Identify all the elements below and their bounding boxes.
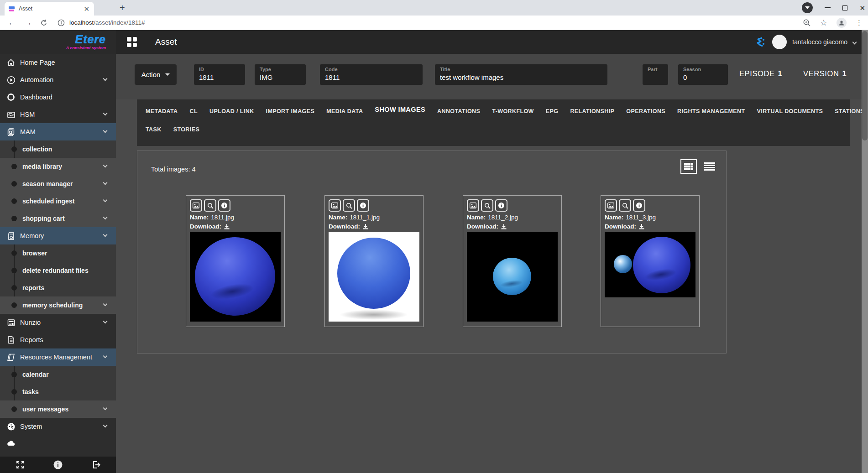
sidebar-item-user-messages[interactable]: user messages xyxy=(0,400,116,418)
info-icon[interactable] xyxy=(53,460,63,470)
fullscreen-icon[interactable] xyxy=(16,460,25,469)
grid-view-button[interactable] xyxy=(680,159,697,174)
reload-icon[interactable] xyxy=(40,19,47,26)
download-icon[interactable] xyxy=(362,224,369,230)
sidebar-item-reports[interactable]: Reports xyxy=(0,331,116,348)
tab-import-images[interactable]: IMPORT IMAGES xyxy=(260,106,321,116)
image-info-button[interactable] xyxy=(495,199,507,212)
sidebar-item-browser[interactable]: browser xyxy=(0,244,116,262)
tab-t-workflow[interactable]: T-WORKFLOW xyxy=(486,106,539,116)
sidebar-item-shopping-cart[interactable]: shopping cart xyxy=(0,210,116,227)
chevron-down-icon[interactable] xyxy=(103,354,108,359)
sidebar-item-mam[interactable]: MAM xyxy=(0,123,116,140)
chevron-down-icon[interactable] xyxy=(103,215,108,220)
scrollbar-thumb[interactable] xyxy=(862,31,868,140)
sidebar-item-home-page[interactable]: Home Page xyxy=(0,54,116,71)
sidebar-item-resources-management[interactable]: Resources Management xyxy=(0,348,116,366)
sidebar-item-media-library[interactable]: media library xyxy=(0,158,116,175)
image-thumbnail-neptune-white[interactable] xyxy=(329,232,419,322)
code-field[interactable]: Code 1811 xyxy=(320,64,423,85)
tab-task[interactable]: TASK xyxy=(140,125,167,135)
chevron-down-icon[interactable] xyxy=(103,233,108,237)
logout-icon[interactable] xyxy=(91,460,101,470)
tab-annotations[interactable]: ANNOTATIONS xyxy=(431,106,486,116)
user-avatar[interactable] xyxy=(772,35,787,49)
zoom-image-button[interactable] xyxy=(204,199,216,212)
season-field[interactable]: Season 0 xyxy=(678,64,728,85)
id-field[interactable]: ID 1811 xyxy=(194,64,245,85)
tab-upload-link[interactable]: UPLOAD / LINK xyxy=(204,106,260,116)
title-field[interactable]: Title test workflow images xyxy=(435,64,607,85)
media-controls-button[interactable] xyxy=(802,2,813,13)
chevron-down-icon[interactable] xyxy=(103,181,108,185)
browser-menu-icon[interactable]: ⋮ xyxy=(856,19,863,27)
image-preview-button[interactable] xyxy=(190,199,202,212)
tab-cl[interactable]: CL xyxy=(184,106,204,116)
tab-metadata[interactable]: METADATA xyxy=(140,106,184,116)
tab-show-images[interactable]: SHOW IMAGES xyxy=(369,104,431,115)
user-name[interactable]: tantalocco giacomo xyxy=(792,38,847,46)
list-view-button[interactable] xyxy=(701,159,718,174)
image-info-button[interactable] xyxy=(633,199,645,212)
download-icon[interactable] xyxy=(501,224,507,230)
chevron-down-icon[interactable] xyxy=(103,163,108,168)
sidebar-item-collection[interactable]: collection xyxy=(0,140,116,158)
tab-media-data[interactable]: MEDIA DATA xyxy=(320,106,369,116)
chevron-down-icon[interactable] xyxy=(103,111,108,116)
window-minimize-button[interactable] xyxy=(825,7,831,8)
zoom-image-button[interactable] xyxy=(481,199,493,212)
window-maximize-button[interactable] xyxy=(842,5,847,10)
type-field[interactable]: Type IMG xyxy=(255,64,306,85)
sidebar-item-delete-redundant-files[interactable]: delete redundant files xyxy=(0,262,116,279)
new-tab-button[interactable]: + xyxy=(120,3,125,12)
part-field[interactable]: Part xyxy=(643,64,668,85)
image-preview-button[interactable] xyxy=(467,199,479,212)
page-scrollbar[interactable] xyxy=(862,30,868,473)
sidebar-item-hsm[interactable]: HSM xyxy=(0,106,116,123)
sidebar-item-nunzio[interactable]: Nunzio xyxy=(0,314,116,331)
tab-relationship[interactable]: RELATIONSHIP xyxy=(564,106,620,116)
sidebar-item-automation[interactable]: Automation xyxy=(0,71,116,88)
download-icon[interactable] xyxy=(638,224,645,230)
zoom-image-button[interactable] xyxy=(343,199,355,212)
tab-close-icon[interactable]: ✕ xyxy=(83,5,90,13)
apps-grid-icon[interactable] xyxy=(127,37,137,47)
image-preview-button[interactable] xyxy=(605,199,617,212)
tab-epg[interactable]: EPG xyxy=(540,106,565,116)
tab-rights-management[interactable]: RIGHTS MANAGEMENT xyxy=(671,106,751,116)
zoom-image-button[interactable] xyxy=(619,199,631,212)
chevron-down-icon[interactable] xyxy=(103,302,108,307)
sidebar-item-dashboard[interactable]: Dashboard xyxy=(0,88,116,106)
sidebar-item-reports-sub[interactable]: reports xyxy=(0,279,116,296)
tab-virtual-documents[interactable]: VIRTUAL DOCUMENTS xyxy=(751,106,829,116)
bookmark-star-icon[interactable]: ☆ xyxy=(820,18,827,28)
back-icon[interactable]: ← xyxy=(8,19,16,26)
browser-tab[interactable]: Asset ✕ xyxy=(5,2,94,16)
page-info-icon[interactable] xyxy=(58,19,65,26)
sidebar-item-calendar[interactable]: calendar xyxy=(0,366,116,383)
chevron-down-icon[interactable] xyxy=(103,423,108,428)
sidebar-item-tasks[interactable]: tasks xyxy=(0,383,116,400)
sidebar-item-system[interactable]: System xyxy=(0,418,116,435)
image-preview-button[interactable] xyxy=(329,199,341,212)
image-thumbnail-neptune-small[interactable] xyxy=(467,232,558,322)
tab-stories[interactable]: STORIES xyxy=(167,125,205,135)
tab-operations[interactable]: OPERATIONS xyxy=(620,106,671,116)
sidebar-item-memory[interactable]: Memory xyxy=(0,227,116,244)
user-menu-chevron-icon[interactable] xyxy=(852,40,857,44)
sidebar-item-memory-scheduling[interactable]: memory scheduling xyxy=(0,296,116,314)
chevron-down-icon[interactable] xyxy=(103,129,108,133)
browser-profile-icon[interactable] xyxy=(837,18,847,28)
image-thumbnail-earth-neptune[interactable] xyxy=(605,232,695,297)
chevron-down-icon[interactable] xyxy=(103,198,108,203)
chevron-down-icon[interactable] xyxy=(103,77,108,81)
action-button[interactable]: Action xyxy=(135,64,177,85)
chevron-down-icon[interactable] xyxy=(103,406,108,411)
image-thumbnail-neptune[interactable] xyxy=(190,232,281,322)
url-input[interactable]: localhost/asset/index/1811# xyxy=(69,19,803,26)
sidebar-item-scheduled-ingest[interactable]: scheduled ingest xyxy=(0,192,116,210)
download-icon[interactable] xyxy=(224,224,230,230)
sidebar-item-season-manager[interactable]: season manager xyxy=(0,175,116,192)
image-info-button[interactable] xyxy=(357,199,369,212)
zoom-page-icon[interactable] xyxy=(803,19,811,27)
